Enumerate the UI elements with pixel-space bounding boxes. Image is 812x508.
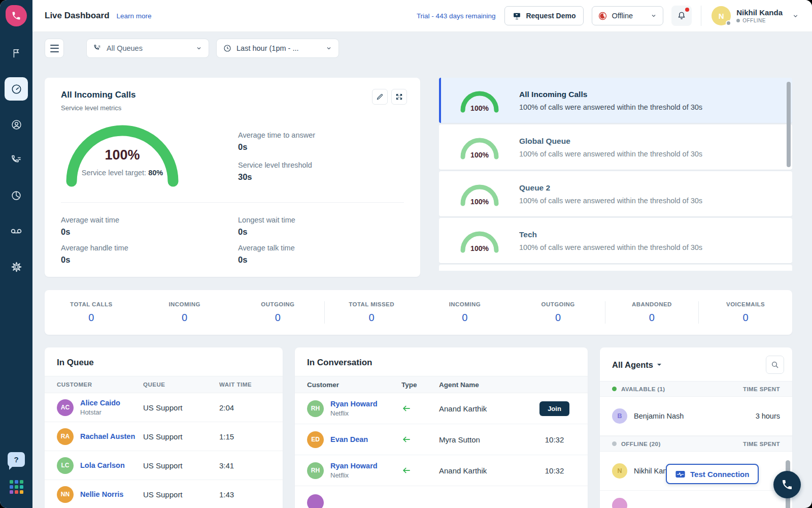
customer-company: Hotstar <box>80 408 120 416</box>
mini-gauge: 100% <box>458 181 501 207</box>
expand-widget-button[interactable] <box>391 89 407 105</box>
queues-filter-dropdown[interactable]: All Queues <box>86 39 209 58</box>
sidebar-item-reports[interactable] <box>5 184 28 207</box>
sidebar-item-flag[interactable] <box>5 42 28 65</box>
edit-widget-button[interactable] <box>372 89 388 105</box>
sidebar-item-voicemail[interactable] <box>5 219 28 243</box>
queue-widget-item[interactable]: 100% Queue 2 100% of calls were answered… <box>439 171 792 216</box>
stat-value: 0 <box>231 312 325 324</box>
queue-widget-list: 100% All Incoming Calls 100% of calls we… <box>439 78 792 277</box>
agent-name-cell: Myra Sutton <box>439 435 533 444</box>
table-row[interactable]: AC Alice Caido Hotstar US Support 2:04 <box>45 393 283 422</box>
queue-list-scrollbar[interactable] <box>787 82 791 167</box>
status-dot <box>736 19 740 22</box>
phone-fab-button[interactable] <box>773 471 801 498</box>
metric-value: 0s <box>61 255 238 265</box>
queue-description: 100% of calls were answered within the t… <box>519 150 702 158</box>
mini-gauge: 100% <box>458 228 501 253</box>
customer-link[interactable]: Evan Dean <box>330 435 368 443</box>
offline-dot <box>612 441 617 446</box>
help-button[interactable]: ? <box>8 452 25 467</box>
table-row[interactable]: ED Evan Dean Myra Sutton 10:32 <box>295 424 588 455</box>
test-connection-button[interactable]: Test Connection <box>666 464 759 484</box>
caret-down-icon <box>657 364 661 368</box>
customer-link[interactable]: Alice Caido <box>80 399 120 407</box>
stat-value: 0 <box>699 312 792 324</box>
table-row[interactable]: RH Ryan Howard Netflix Anand Karthik 10:… <box>295 455 588 486</box>
table-row[interactable]: RA Rachael Austen US Support 1:15 <box>45 422 283 451</box>
customer-link[interactable]: Nellie Norris <box>80 490 123 498</box>
stat-label: OUTGOING <box>231 301 325 307</box>
agent-status-dropdown[interactable]: Offline <box>592 6 663 25</box>
gauge-target: Service level target: 80% <box>65 169 180 177</box>
sidebar-item-call-metrics[interactable] <box>5 148 28 172</box>
in-queue-title: In Queue <box>57 358 270 368</box>
queue-widget-item[interactable]: 100% Tech 100% of calls were answered wi… <box>439 218 792 263</box>
metric-label: Average wait time <box>61 216 238 224</box>
user-menu[interactable]: N Nikhil Kanda OFFLINE <box>712 6 799 25</box>
page-title: Live Dashboard <box>45 11 110 21</box>
divider <box>701 6 701 26</box>
pencil-icon <box>376 93 384 101</box>
gear-icon <box>11 261 22 273</box>
queues-filter-value: All Queues <box>107 44 143 52</box>
freshcaller-logo[interactable] <box>6 5 27 26</box>
queue-widget-item[interactable]: 100% All Incoming Calls 100% of calls we… <box>439 78 792 123</box>
live-dashboard-app: ? Live Dashboard Learn more Trial - 443 … <box>0 0 812 508</box>
dashboard-list-button[interactable] <box>45 39 64 58</box>
wait-time-cell: 2:04 <box>219 403 270 412</box>
table-row[interactable]: LC Lola Carlson US Support 3:41 <box>45 451 283 480</box>
metric-label: Average time to answer <box>238 131 315 139</box>
chevron-down-icon <box>792 13 799 19</box>
notifications-button[interactable] <box>671 6 692 26</box>
gauge-value: 100% <box>65 147 180 163</box>
wait-time-cell: 1:15 <box>219 432 270 441</box>
table-row[interactable]: RH Ryan Howard Netflix Anand Karthik Joi… <box>295 393 588 424</box>
agent-row-partial[interactable] <box>600 491 792 508</box>
phone-logo-icon <box>11 11 21 21</box>
queue-name: Global Queue <box>519 137 702 146</box>
phone-icon <box>781 479 793 491</box>
queue-name: Tech <box>519 230 702 239</box>
queue-phone-icon <box>93 44 101 52</box>
table-row[interactable]: NN Nellie Norris US Support 1:43 <box>45 480 283 508</box>
in-conversation-card: In Conversation Customer Type Agent Name… <box>295 347 588 508</box>
queue-widget-item[interactable]: 100% Global Queue 100% of calls were ans… <box>439 124 792 170</box>
connection-monitor-icon <box>675 470 685 478</box>
queue-description: 100% of calls were answered within the t… <box>519 243 702 251</box>
in-conversation-title: In Conversation <box>307 358 576 368</box>
agent-search-button[interactable] <box>766 356 784 374</box>
time-range-dropdown[interactable]: Last hour (1pm - ... <box>216 39 339 58</box>
table-row-partial[interactable] <box>295 486 588 508</box>
sidebar-item-settings[interactable] <box>5 255 28 278</box>
learn-more-link[interactable]: Learn more <box>117 12 152 20</box>
customer-link[interactable]: Ryan Howard <box>330 400 378 408</box>
stat-label: TOTAL CALLS <box>45 301 138 307</box>
metric-value: 0s <box>238 142 315 152</box>
avatar: N <box>612 463 627 479</box>
user-status-label: OFFLINE <box>742 18 766 23</box>
avatar: N <box>712 6 731 25</box>
request-demo-button[interactable]: Request Demo <box>504 6 584 25</box>
queue-cell: US Support <box>143 461 219 470</box>
sidebar-item-dashboard[interactable] <box>5 77 28 101</box>
metric-value: 0s <box>238 227 404 237</box>
mini-gauge: 100% <box>458 135 501 160</box>
queue-description: 100% of calls were answered within the t… <box>519 103 702 111</box>
agent-row[interactable]: B Benjamin Nash 3 hours <box>600 397 792 436</box>
agents-filter-dropdown[interactable]: All Agents <box>612 360 661 370</box>
mini-gauge: 100% <box>458 88 501 113</box>
customer-link[interactable]: Ryan Howard <box>330 462 378 470</box>
customer-company: Netflix <box>330 471 378 479</box>
join-call-button[interactable]: Join <box>539 401 569 416</box>
chevron-down-icon <box>326 45 332 51</box>
sidebar-item-contacts[interactable] <box>5 113 28 136</box>
customer-link[interactable]: Rachael Austen <box>80 432 135 440</box>
stat-label: TOTAL MISSED <box>325 301 418 307</box>
expand-icon <box>395 93 403 101</box>
avatar <box>307 494 324 508</box>
metric-label: Average handle time <box>61 244 238 252</box>
app-switcher-icon[interactable] <box>10 480 23 494</box>
user-name: Nikhil Kanda <box>736 8 783 17</box>
customer-link[interactable]: Lola Carlson <box>80 461 125 469</box>
